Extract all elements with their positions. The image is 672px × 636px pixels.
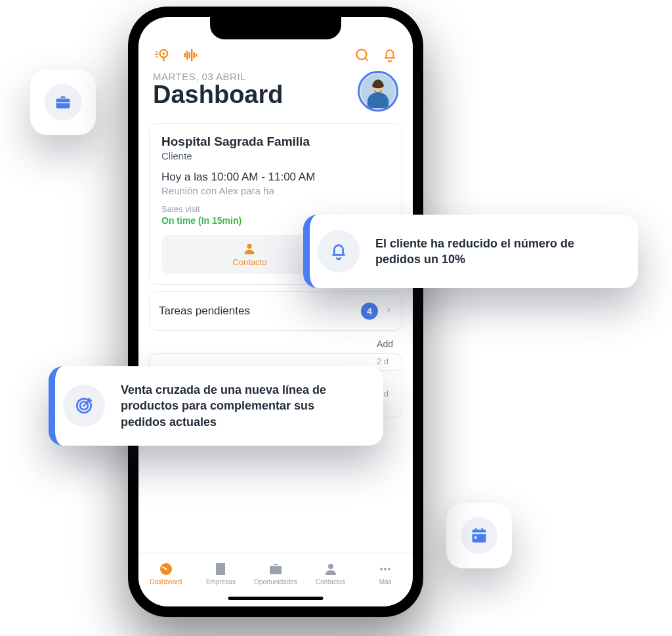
appointment-name: Hospital Sagrada Familia <box>161 135 390 149</box>
svg-point-14 <box>83 405 85 407</box>
bell-icon <box>318 230 360 272</box>
calendar-icon <box>461 517 497 554</box>
home-indicator <box>228 597 324 600</box>
app-screen: MARTES, 03 ABRIL Dashboard Hospital Sagr… <box>138 17 413 606</box>
page-header: MARTES, 03 ABRIL Dashboard <box>138 67 413 117</box>
popover-message: El cliente ha reducido el número de pedi… <box>375 236 612 268</box>
appointment-type: Cliente <box>161 150 390 161</box>
appointment-tag: Sales visit <box>161 204 390 214</box>
svg-point-5 <box>247 244 252 249</box>
pending-count-badge: 4 <box>361 303 378 320</box>
chevron-right-icon <box>385 304 392 319</box>
float-tile-briefcase <box>30 70 96 135</box>
nav-contactos[interactable]: Contactos <box>303 553 358 593</box>
avatar[interactable] <box>358 71 398 112</box>
svg-point-7 <box>165 568 167 570</box>
svg-point-9 <box>380 568 383 570</box>
float-tile-calendar <box>446 503 512 568</box>
briefcase-icon <box>45 84 81 121</box>
appointment-time: Hoy a las 10:00 AM - 11:00 AM <box>161 171 390 184</box>
svg-point-10 <box>384 568 387 570</box>
phone-frame: MARTES, 03 ABRIL Dashboard Hospital Sagr… <box>128 7 423 617</box>
svg-point-11 <box>388 568 390 570</box>
nav-dashboard[interactable]: Dashboard <box>138 553 194 593</box>
add-link[interactable]: Add <box>138 337 413 353</box>
pending-tasks-label: Tareas pendientes <box>159 305 250 318</box>
svg-point-8 <box>328 564 333 569</box>
search-icon[interactable] <box>354 47 371 64</box>
device-notch <box>210 17 341 39</box>
page-title: Dashboard <box>153 81 283 109</box>
nav-empresas[interactable]: Empresas <box>194 553 249 593</box>
popover-alert: El cliente ha reducido el número de pedi… <box>303 215 638 288</box>
audio-wave-icon[interactable] <box>182 46 200 64</box>
task-eta: 2 d <box>377 356 388 366</box>
popover-message: Venta cruzada de una nueva línea de prod… <box>121 382 357 430</box>
svg-point-2 <box>356 49 366 59</box>
svg-point-1 <box>162 53 165 55</box>
appointment-desc: Reunión con Alex para ha <box>161 185 390 196</box>
pending-tasks-row[interactable]: Tareas pendientes 4 <box>149 291 402 331</box>
popover-goal: Venta cruzada de una nueva línea de prod… <box>49 366 383 446</box>
contact-button-label: Contacto <box>232 257 266 267</box>
bell-icon[interactable] <box>381 47 398 64</box>
nav-oportunidades[interactable]: Oportunidades <box>248 553 303 593</box>
target-icon <box>63 385 105 427</box>
logo-pin-icon[interactable] <box>153 46 171 64</box>
nav-mas[interactable]: Más <box>358 553 413 593</box>
